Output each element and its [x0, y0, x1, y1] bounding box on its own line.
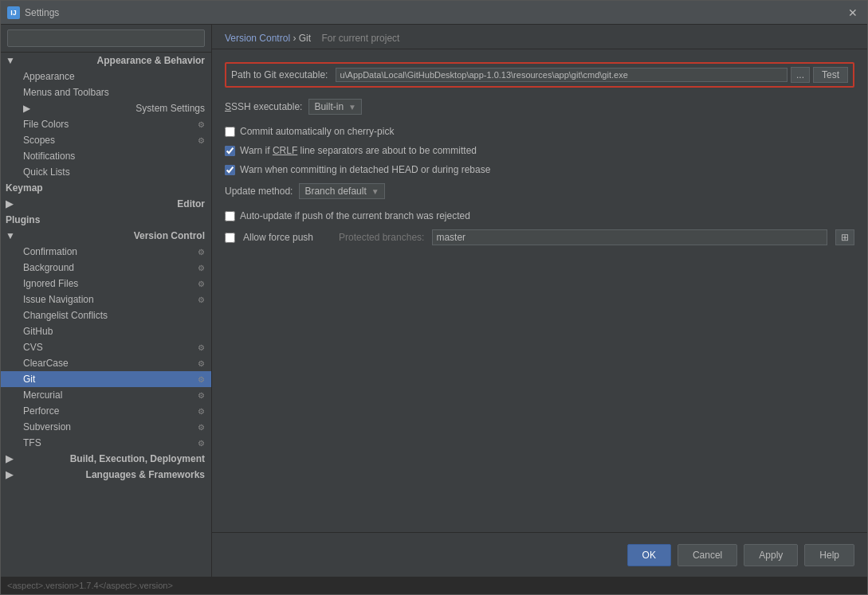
settings-icon: ⚙ — [198, 407, 205, 416]
search-box — [1, 25, 211, 53]
breadcrumb-separator: › — [293, 33, 298, 44]
force-push-label: Allow force push — [243, 232, 331, 243]
sidebar-item-plugins[interactable]: Plugins — [1, 212, 211, 228]
git-path-label: Path to Git executable: — [231, 69, 328, 80]
cherry-pick-checkbox[interactable] — [225, 127, 235, 137]
update-method-row: Update method: Branch default ▼ — [225, 183, 854, 199]
settings-icon: ⚙ — [198, 280, 205, 288]
auto-update-checkbox[interactable] — [225, 211, 235, 221]
settings-icon: ⚙ — [198, 423, 205, 432]
settings-icon: ⚙ — [198, 391, 205, 400]
force-push-checkbox[interactable] — [225, 233, 235, 243]
sidebar-item-languages-frameworks[interactable]: ▶ Languages & Frameworks — [1, 467, 211, 483]
help-button[interactable]: Help — [804, 544, 854, 566]
dropdown-arrow-icon: ▼ — [371, 187, 379, 196]
sidebar-item-build-execution-deployment[interactable]: ▶ Build, Execution, Deployment — [1, 451, 211, 467]
settings-icon: ⚙ — [198, 375, 205, 384]
search-input[interactable] — [7, 29, 205, 47]
settings-icon: ⚙ — [198, 359, 205, 368]
sidebar-item-file-colors[interactable]: File Colors ⚙ — [1, 116, 211, 132]
crlf-label: Warn if CRLF line separators are about t… — [240, 145, 477, 156]
detached-head-label: Warn when committing in detached HEAD or… — [240, 164, 490, 175]
detached-head-checkbox[interactable] — [225, 165, 235, 175]
sidebar: ▼ Appearance & Behavior Appearance Menus… — [1, 25, 212, 577]
sidebar-item-perforce[interactable]: Perforce ⚙ — [1, 403, 211, 419]
crlf-checkbox[interactable] — [225, 146, 235, 156]
close-button[interactable]: ✕ — [845, 5, 861, 21]
footer: OK Cancel Apply Help — [212, 532, 867, 577]
dropdown-arrow-icon: ▼ — [348, 103, 356, 112]
sidebar-item-mercurial[interactable]: Mercurial ⚙ — [1, 387, 211, 403]
sidebar-item-keymap[interactable]: Keymap — [1, 180, 211, 196]
ssh-select[interactable]: Built-in ▼ — [308, 99, 362, 115]
sidebar-item-system-settings[interactable]: ▶ System Settings — [1, 100, 211, 116]
window-title: Settings — [25, 7, 845, 18]
sidebar-item-background[interactable]: Background ⚙ — [1, 260, 211, 276]
sidebar-item-subversion[interactable]: Subversion ⚙ — [1, 419, 211, 435]
settings-icon: ⚙ — [198, 343, 205, 352]
cherry-pick-label: Commit automatically on cherry-pick — [240, 126, 394, 137]
git-path-input[interactable] — [336, 68, 787, 82]
bottom-bar: <aspect>.version>1.7.4</aspect>.version> — [1, 577, 867, 594]
update-method-select[interactable]: Branch default ▼ — [299, 183, 384, 199]
cancel-button[interactable]: Cancel — [678, 544, 737, 566]
main-content: ▼ Appearance & Behavior Appearance Menus… — [1, 25, 867, 577]
auto-update-row: Auto-update if push of the current branc… — [225, 210, 854, 221]
sidebar-item-scopes[interactable]: Scopes ⚙ — [1, 132, 211, 148]
settings-window: IJ Settings ✕ ▼ Appearance & Behavior Ap… — [0, 0, 868, 595]
crlf-row: Warn if CRLF line separators are about t… — [225, 145, 854, 156]
title-bar: IJ Settings ✕ — [1, 1, 867, 25]
browse-button[interactable]: ... — [791, 67, 810, 83]
sidebar-item-appearance-behavior[interactable]: ▼ Appearance & Behavior — [1, 53, 211, 69]
breadcrumb: Version Control › Git For current projec… — [212, 25, 867, 49]
sidebar-item-changelist-conflicts[interactable]: Changelist Conflicts — [1, 307, 211, 323]
sidebar-item-notifications[interactable]: Notifications — [1, 148, 211, 164]
main-panel: Version Control › Git For current projec… — [212, 25, 867, 577]
sidebar-item-confirmation[interactable]: Confirmation ⚙ — [1, 244, 211, 260]
sidebar-item-version-control[interactable]: ▼ Version Control — [1, 228, 211, 244]
update-method-label: Update method: — [225, 186, 293, 197]
settings-icon: ⚙ — [198, 248, 205, 256]
settings-icon: ⚙ — [198, 264, 205, 272]
ssh-row: SSSH executable: Built-in ▼ — [225, 99, 854, 115]
sidebar-item-github[interactable]: GitHub — [1, 323, 211, 339]
ssh-label: SSSH executable: — [225, 101, 302, 112]
auto-update-label: Auto-update if push of the current branc… — [240, 210, 470, 221]
expand-arrow: ▼ — [6, 55, 15, 66]
sidebar-item-clearcase[interactable]: ClearCase ⚙ — [1, 355, 211, 371]
breadcrumb-current: Git — [299, 33, 311, 44]
breadcrumb-note: For current project — [321, 33, 399, 44]
sidebar-item-menus-toolbars[interactable]: Menus and Toolbars — [1, 84, 211, 100]
add-protected-button[interactable]: ⊞ — [835, 229, 854, 245]
sidebar-item-quick-lists[interactable]: Quick Lists — [1, 164, 211, 180]
sidebar-item-issue-navigation[interactable]: Issue Navigation ⚙ — [1, 292, 211, 307]
sidebar-item-git[interactable]: Git ⚙ — [1, 371, 211, 387]
apply-button[interactable]: Apply — [744, 544, 798, 566]
sidebar-item-cvs[interactable]: CVS ⚙ — [1, 339, 211, 355]
sidebar-item-ignored-files[interactable]: Ignored Files ⚙ — [1, 276, 211, 292]
sidebar-item-editor[interactable]: ▶ Editor — [1, 196, 211, 212]
protected-branches-label: Protected branches: — [339, 232, 424, 243]
settings-icon: ⚙ — [198, 439, 205, 448]
breadcrumb-path: Version Control — [225, 33, 290, 44]
settings-content: Path to Git executable: ... Test SSSH ex… — [212, 49, 867, 532]
sidebar-item-appearance[interactable]: Appearance — [1, 69, 211, 84]
git-path-container: Path to Git executable: ... Test — [225, 62, 854, 88]
bottom-text: <aspect>.version>1.7.4</aspect>.version> — [7, 581, 173, 590]
test-button[interactable]: Test — [813, 67, 848, 83]
settings-icon: ⚙ — [198, 120, 205, 129]
ok-button[interactable]: OK — [627, 544, 671, 566]
detached-head-row: Warn when committing in detached HEAD or… — [225, 164, 854, 175]
protected-branches-input[interactable] — [432, 229, 827, 245]
settings-icon: ⚙ — [198, 136, 205, 145]
cherry-pick-row: Commit automatically on cherry-pick — [225, 126, 854, 137]
force-push-row: Allow force push Protected branches: ⊞ — [225, 229, 854, 245]
app-icon: IJ — [7, 6, 20, 19]
settings-icon: ⚙ — [198, 296, 205, 304]
sidebar-item-tfs[interactable]: TFS ⚙ — [1, 435, 211, 451]
